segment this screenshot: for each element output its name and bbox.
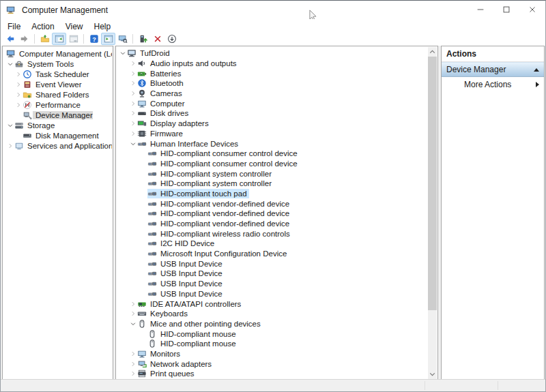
tree-item[interactable]: HID-compliant consumer control device — [117, 149, 428, 159]
tree-item[interactable]: USB Input Device — [117, 258, 428, 269]
show-action-pane-button[interactable] — [101, 33, 115, 45]
up-level-button[interactable] — [38, 33, 52, 45]
tree-item[interactable]: Mice and other pointing devices — [117, 319, 428, 329]
vertical-scrollbar[interactable] — [428, 47, 437, 379]
tree-item-label: Human Interface Devices — [147, 140, 238, 148]
tree-item[interactable]: TufDroid — [117, 48, 428, 59]
tree-item[interactable]: IDE ATA/ATAPI controllers — [117, 299, 428, 309]
chevron-right-icon[interactable] — [6, 142, 14, 149]
tree-item[interactable]: Computer — [117, 98, 428, 108]
chevron-right-icon[interactable] — [128, 120, 137, 127]
tree-item[interactable]: HID-compliant vendor-defined device — [117, 198, 428, 209]
chevron-right-icon[interactable] — [14, 102, 23, 108]
scrollbar-thumb[interactable] — [428, 57, 437, 310]
tree-item[interactable]: Computer Management (Local) — [3, 48, 112, 59]
tree-item[interactable]: HID-compliant system controller — [117, 179, 428, 189]
chevron-right-icon[interactable] — [128, 130, 137, 137]
scroll-up-button[interactable] — [428, 47, 437, 57]
chevron-right-icon[interactable] — [128, 310, 137, 317]
tree-item[interactable]: HID-compliant mouse — [117, 329, 428, 339]
close-button[interactable] — [519, 1, 545, 20]
update-driver-button[interactable] — [136, 33, 150, 45]
chevron-right-icon[interactable] — [14, 91, 23, 98]
help-button[interactable]: ? — [87, 33, 101, 45]
tree-item[interactable]: Disk Management — [3, 130, 112, 140]
chevron-right-icon[interactable] — [128, 361, 137, 367]
more-actions-item[interactable]: More Actions — [442, 77, 544, 91]
tree-item[interactable]: Print queues — [117, 369, 428, 379]
menu-bar: File Action View Help — [1, 20, 545, 33]
menu-view[interactable]: View — [60, 20, 89, 33]
tree-item[interactable]: Shared Folders — [3, 89, 112, 100]
back-button[interactable] — [3, 33, 17, 45]
chevron-right-icon[interactable] — [128, 90, 137, 97]
tree-item[interactable]: Task Scheduler — [3, 69, 112, 79]
tree-item[interactable]: Cameras — [117, 89, 428, 99]
tree-item[interactable]: Performance — [3, 100, 112, 110]
chevron-right-icon[interactable] — [128, 370, 137, 377]
tree-item[interactable]: Firmware — [117, 129, 428, 139]
uninstall-device-button[interactable] — [150, 33, 164, 45]
show-console-tree-button[interactable] — [52, 33, 66, 45]
tree-item[interactable]: Disk drives — [117, 108, 428, 119]
computer-management-icon — [6, 49, 16, 59]
tree-item[interactable]: USB Input Device — [117, 269, 428, 279]
tree-item[interactable]: Display adapters — [117, 119, 428, 129]
chevron-right-icon[interactable] — [14, 81, 23, 88]
tree-item-content: IDE ATA/ATAPI controllers — [137, 299, 243, 309]
tree-item[interactable]: I2C HID Device — [117, 239, 428, 249]
tree-item[interactable]: Batteries — [117, 68, 428, 78]
tree-item[interactable]: HID-compliant system controller — [117, 168, 428, 179]
forward-button[interactable] — [17, 33, 31, 45]
chevron-right-icon[interactable] — [128, 100, 137, 107]
properties-button[interactable] — [66, 33, 81, 45]
maximize-button[interactable] — [493, 1, 519, 20]
chevron-right-icon[interactable] — [128, 80, 137, 87]
chevron-right-icon[interactable] — [128, 350, 137, 357]
tree-item-label: Performance — [33, 101, 81, 109]
menu-file[interactable]: File — [2, 20, 26, 33]
disable-device-button[interactable] — [164, 33, 179, 45]
tree-item[interactable]: Event Viewer — [3, 79, 112, 89]
tree-item[interactable]: Microsoft Input Configuration Device — [117, 249, 428, 259]
tree-item[interactable]: Network adapters — [117, 359, 428, 369]
tree-item[interactable]: Audio inputs and outputs — [117, 59, 428, 69]
tree-item[interactable]: HID-compliant consumer control device — [117, 159, 428, 169]
chevron-down-icon[interactable] — [6, 122, 14, 129]
actions-section-device-manager[interactable]: Device Manager — [442, 62, 544, 77]
tree-item[interactable]: Services and Applications — [3, 140, 112, 151]
chevron-down-icon[interactable] — [128, 320, 137, 327]
chevron-down-icon[interactable] — [6, 61, 14, 67]
tree-item[interactable]: HID-compliant mouse — [117, 339, 428, 349]
menu-action[interactable]: Action — [26, 20, 59, 33]
tree-item[interactable]: Human Interface Devices — [117, 138, 428, 149]
minimize-button[interactable] — [468, 1, 493, 20]
tree-item[interactable]: Bluetooth — [117, 78, 428, 89]
tree-item[interactable]: HID-compliant vendor-defined device — [117, 219, 428, 229]
scan-hardware-changes-button[interactable] — [115, 33, 130, 45]
chevron-right-icon[interactable] — [128, 70, 137, 77]
tree-item[interactable]: Monitors — [117, 349, 428, 359]
chevron-down-icon[interactable] — [128, 140, 137, 147]
chevron-right-icon[interactable] — [128, 110, 137, 117]
menu-help[interactable]: Help — [89, 20, 117, 33]
more-actions-label: More Actions — [464, 80, 511, 89]
chevron-right-icon[interactable] — [128, 60, 137, 67]
monitor-icon — [137, 349, 147, 359]
tree-item[interactable]: Storage — [3, 120, 112, 130]
tree-item[interactable]: Device Manager — [3, 110, 112, 120]
device-list-pane: TufDroidAudio inputs and outputsBatterie… — [115, 46, 438, 380]
collapse-section-icon[interactable] — [534, 68, 539, 72]
scroll-down-button[interactable] — [428, 370, 437, 379]
tree-item[interactable]: HID-compliant touch pad — [117, 189, 428, 199]
tree-item[interactable]: HID-compliant wireless radio controls — [117, 228, 428, 239]
tree-item[interactable]: System Tools — [3, 59, 112, 69]
tree-item[interactable]: HID-compliant vendor-defined device — [117, 209, 428, 219]
chevron-right-icon[interactable] — [14, 71, 23, 78]
chevron-right-icon[interactable] — [128, 301, 137, 307]
tree-item-label: I2C HID Device — [158, 239, 214, 247]
tree-item[interactable]: USB Input Device — [117, 279, 428, 289]
chevron-down-icon[interactable] — [118, 50, 127, 57]
tree-item[interactable]: USB Input Device — [117, 289, 428, 299]
tree-item[interactable]: Keyboards — [117, 309, 428, 319]
